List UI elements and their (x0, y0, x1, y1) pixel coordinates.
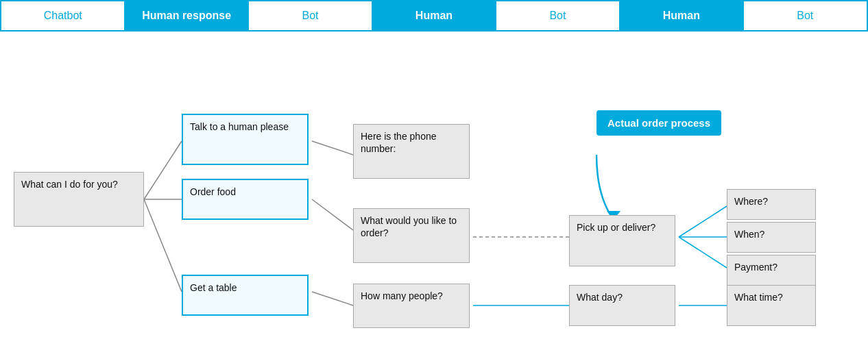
pick-up-or-deliver-box: Pick up or deliver? (569, 215, 675, 266)
header-human-1: Human (372, 1, 496, 30)
svg-line-4 (312, 199, 353, 230)
header-row: Chatbot Human response Bot Human Bot Hum… (0, 0, 868, 32)
svg-line-3 (312, 141, 353, 155)
diagram: What can I do for you? Talk to a human p… (0, 38, 868, 353)
bot-response-3: How many people? (353, 284, 470, 328)
what-time-box: What time? (727, 285, 816, 326)
start-box: What can I do for you? (14, 172, 144, 227)
header-bot-3: Bot (744, 1, 867, 30)
bot-response-2: What would you like to order? (353, 208, 470, 263)
payment-box: Payment? (727, 255, 816, 286)
svg-line-9 (679, 206, 727, 237)
header-bot-1: Bot (249, 1, 372, 30)
svg-line-2 (144, 199, 182, 292)
svg-line-5 (312, 292, 353, 305)
where-box: Where? (727, 189, 816, 220)
human-response-3: Get a table (182, 275, 309, 316)
human-response-1: Talk to a human please (182, 114, 309, 165)
svg-line-11 (679, 237, 727, 268)
bot-response-1: Here is the phone number: (353, 124, 470, 179)
header-human-2: Human (620, 1, 743, 30)
svg-line-0 (144, 141, 182, 199)
when-box: When? (727, 222, 816, 253)
header-human-response: Human response (125, 1, 248, 30)
header-chatbot: Chatbot (1, 1, 125, 30)
header-bot-2: Bot (496, 1, 620, 30)
what-day-box: What day? (569, 285, 675, 326)
actual-order-process-label: Actual order process (596, 110, 721, 136)
human-response-2: Order food (182, 179, 309, 220)
